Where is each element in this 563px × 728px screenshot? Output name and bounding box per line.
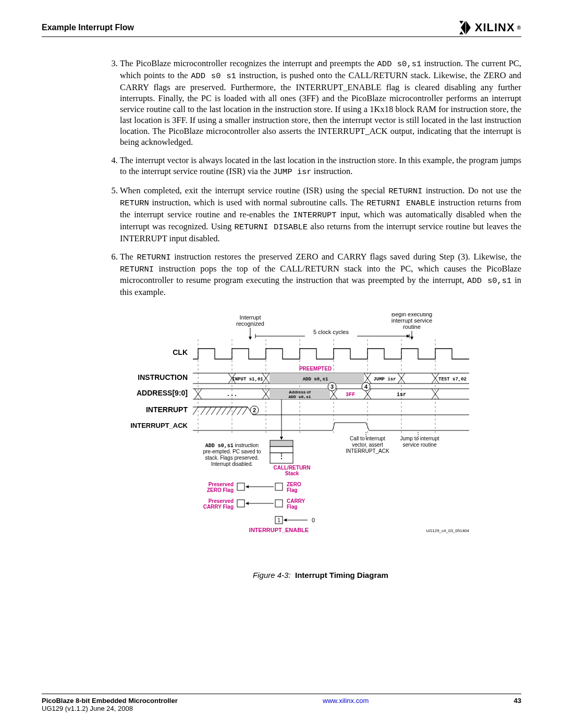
instruction-bus: INPUT s1,01 ADD s0,s1 JUMP isr TEST s7,0… bbox=[193, 373, 469, 384]
label-five-cycles: 5 clock cycles bbox=[313, 329, 349, 335]
svg-rect-79 bbox=[237, 483, 244, 490]
svg-text:vector, assert: vector, assert bbox=[352, 442, 383, 448]
svg-text:Preserved: Preserved bbox=[209, 498, 234, 504]
svg-line-56 bbox=[211, 407, 216, 415]
interrupt-ack-wave bbox=[193, 423, 469, 430]
timing-diagram-svg: Interrupt recognized Begin executing int… bbox=[120, 313, 485, 563]
label-address: ADDRESS[9:0] bbox=[137, 389, 188, 397]
svg-line-55 bbox=[206, 407, 211, 415]
label-call-stack: CALL/RETURN bbox=[273, 465, 310, 471]
svg-text:TEST s7,02: TEST s7,02 bbox=[438, 377, 467, 382]
label-interrupt-ack: INTERRUPT_ACK bbox=[130, 422, 188, 429]
svg-text:stack. Flags preserved.: stack. Flags preserved. bbox=[205, 455, 259, 461]
svg-marker-1 bbox=[459, 31, 463, 34]
svg-text:2: 2 bbox=[253, 407, 256, 413]
page-footer: PicoBlaze 8-bit Embedded Microcontroller… bbox=[42, 694, 521, 712]
label-begin-exec: Begin executing bbox=[391, 313, 432, 317]
label-interrupt-sig: INTERRUPT bbox=[146, 405, 188, 414]
svg-text:CARRY Flag: CARRY Flag bbox=[203, 504, 234, 510]
xilinx-logo-icon bbox=[459, 21, 473, 34]
svg-text:4: 4 bbox=[364, 384, 368, 390]
svg-text:JUMP isr: JUMP isr bbox=[373, 377, 396, 382]
svg-text:isr: isr bbox=[397, 392, 406, 398]
list-item: The interrupt vector is always located i… bbox=[120, 155, 521, 178]
svg-line-54 bbox=[201, 407, 206, 415]
svg-text:service routine: service routine bbox=[402, 442, 436, 448]
label-clk: CLK bbox=[173, 348, 188, 356]
footer-link[interactable]: www.xilinx.com bbox=[323, 697, 369, 705]
svg-text:interrupt service: interrupt service bbox=[391, 317, 432, 324]
svg-text:ADD s0,s1: ADD s0,s1 bbox=[303, 377, 328, 382]
svg-rect-74 bbox=[270, 440, 293, 447]
xilinx-logo-text: XILINX bbox=[475, 21, 515, 34]
label-instruction: INSTRUCTION bbox=[138, 373, 188, 381]
svg-text:Preserved: Preserved bbox=[209, 482, 234, 487]
svg-line-60 bbox=[232, 407, 237, 415]
label-interrupt-enable: INTERRUPT_ENABLE bbox=[249, 527, 309, 533]
svg-text:3: 3 bbox=[331, 384, 334, 390]
svg-marker-3 bbox=[466, 21, 471, 34]
xilinx-reg: ® bbox=[517, 25, 521, 31]
footer-center: www.xilinx.com bbox=[323, 697, 369, 712]
svg-text:pre-empted. PC saved to: pre-empted. PC saved to bbox=[203, 449, 261, 454]
figure-caption: Figure 4-3: Interrupt Timing Diagram bbox=[120, 571, 521, 579]
svg-text:ZERO: ZERO bbox=[287, 482, 301, 487]
footer-left: PicoBlaze 8-bit Embedded Microcontroller… bbox=[42, 697, 178, 712]
svg-line-59 bbox=[227, 407, 232, 415]
xilinx-logo: XILINX® bbox=[459, 21, 521, 34]
note-preempt: ADD s0,s1 instruction bbox=[205, 442, 259, 449]
svg-text:0: 0 bbox=[312, 517, 315, 523]
svg-line-61 bbox=[237, 407, 242, 415]
svg-text:ZERO Flag: ZERO Flag bbox=[207, 487, 234, 493]
timing-diagram-figure: Interrupt recognized Begin executing int… bbox=[120, 313, 521, 565]
svg-text:CARRY: CARRY bbox=[287, 498, 305, 504]
list-item: The PicoBlaze microcontroller recognizes… bbox=[120, 58, 521, 147]
svg-text:Stack: Stack bbox=[285, 471, 299, 476]
svg-text:1: 1 bbox=[277, 517, 280, 523]
svg-text:Flag: Flag bbox=[287, 487, 298, 493]
header-title: Example Interrupt Flow bbox=[42, 23, 134, 32]
svg-text:Flag: Flag bbox=[287, 504, 298, 510]
svg-text:⋮: ⋮ bbox=[278, 452, 285, 460]
svg-marker-0 bbox=[459, 21, 463, 24]
svg-text:...: ... bbox=[226, 391, 238, 398]
clk-waveform bbox=[193, 349, 469, 359]
svg-rect-86 bbox=[237, 500, 244, 507]
figure-ref: UG129_c4_03_051404 bbox=[426, 528, 469, 533]
svg-text:Address of: Address of bbox=[289, 390, 311, 394]
svg-text:recognized: recognized bbox=[236, 320, 264, 327]
svg-rect-88 bbox=[275, 500, 283, 507]
label-interrupt-recognized: Interrupt bbox=[240, 314, 261, 320]
list-item: When completed, exit the interrupt servi… bbox=[120, 185, 521, 243]
svg-text:routine: routine bbox=[403, 324, 421, 330]
svg-text:Interrupt disabled.: Interrupt disabled. bbox=[211, 461, 253, 467]
svg-line-58 bbox=[222, 407, 227, 415]
footer-page: 43 bbox=[514, 697, 521, 712]
note-call-vec: Call to interrupt bbox=[350, 436, 385, 441]
list-item: The RETURNI instruction restores the pre… bbox=[120, 251, 521, 298]
note-jump: Jump to interrupt bbox=[400, 436, 439, 441]
numbered-list: The PicoBlaze microcontroller recognizes… bbox=[120, 58, 521, 298]
svg-rect-81 bbox=[275, 483, 283, 490]
page-header: Example Interrupt Flow XILINX® bbox=[42, 21, 521, 37]
svg-text:ADD s0,s1: ADD s0,s1 bbox=[288, 394, 311, 399]
svg-line-57 bbox=[216, 407, 222, 415]
svg-text:INPUT s1,01: INPUT s1,01 bbox=[232, 377, 263, 382]
label-preempted: PREEMPTED bbox=[299, 366, 332, 372]
svg-text:3FF: 3FF bbox=[346, 392, 355, 398]
svg-line-62 bbox=[242, 407, 248, 415]
svg-text:INTERRUPT_ACK: INTERRUPT_ACK bbox=[346, 448, 389, 454]
